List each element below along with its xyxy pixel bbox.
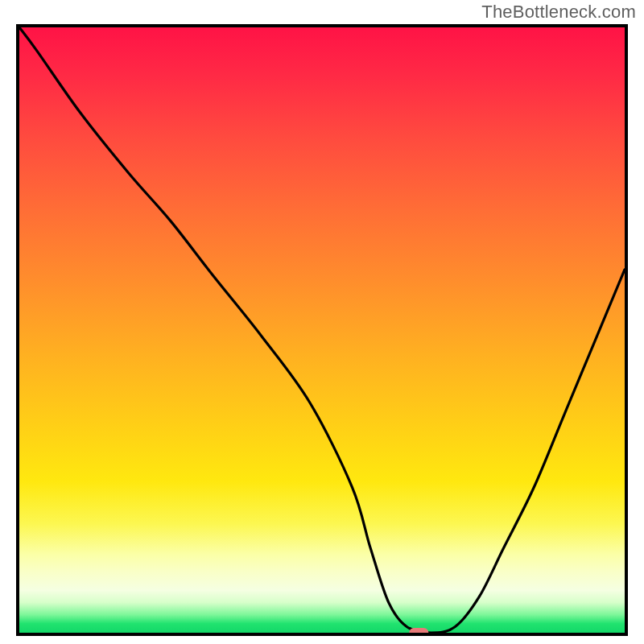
curve-svg: [19, 27, 625, 633]
chart-container: TheBottleneck.com: [0, 0, 644, 644]
plot-area: [16, 24, 628, 636]
watermark-text: TheBottleneck.com: [481, 2, 636, 23]
optimal-point-marker: [409, 628, 428, 633]
bottleneck-curve: [19, 27, 625, 633]
